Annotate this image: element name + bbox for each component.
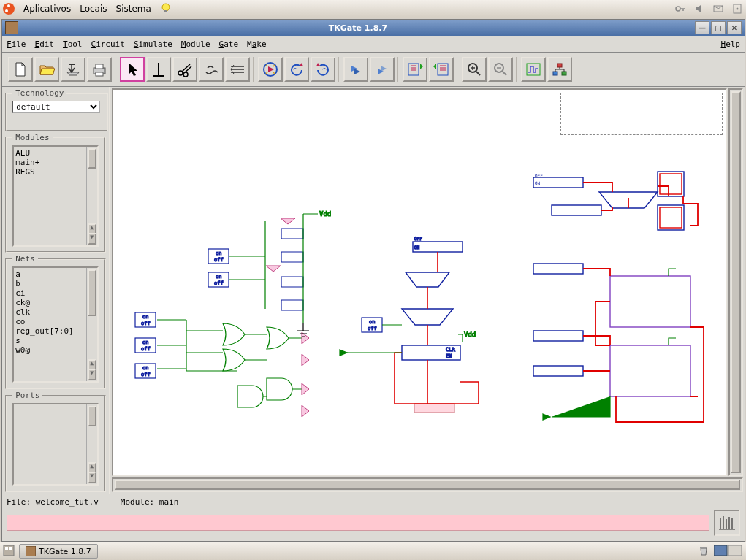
svg-rect-49	[552, 205, 601, 215]
ports-list[interactable]: ▲▼	[12, 403, 99, 486]
technology-select[interactable]: default	[12, 101, 100, 113]
menu-circuit[interactable]: Circuit	[91, 39, 125, 49]
svg-rect-48	[533, 177, 583, 188]
net-item[interactable]: s	[15, 336, 96, 345]
ports-label: Ports	[12, 391, 42, 400]
net-item[interactable]: ci	[15, 288, 96, 298]
svg-point-0	[162, 4, 170, 11]
svg-text:off: off	[214, 257, 224, 263]
svg-text:OFF: OFF	[535, 173, 543, 178]
svg-text:on: on	[142, 314, 148, 320]
svg-rect-65	[700, 547, 707, 548]
module-item[interactable]: main+	[15, 158, 96, 167]
module-item[interactable]: ALU	[15, 148, 96, 158]
wire-tool-button[interactable]	[146, 57, 171, 82]
scrollbar[interactable]: ▲▼	[86, 268, 97, 381]
block-in-button[interactable]	[403, 57, 427, 82]
svg-text:on: on	[142, 340, 148, 345]
volume-icon[interactable]	[693, 3, 705, 15]
svg-rect-62	[5, 547, 8, 550]
svg-text:on: on	[142, 365, 148, 371]
scrollbar[interactable]: ▲▼	[86, 404, 97, 484]
print-button[interactable]	[87, 57, 112, 82]
svg-text:ON: ON	[535, 180, 541, 185]
net-item[interactable]: a	[15, 269, 96, 279]
svg-point-2	[676, 7, 680, 11]
open-button[interactable]	[34, 57, 59, 82]
menu-system[interactable]: Sistema	[116, 4, 151, 14]
minimize-button[interactable]: —	[695, 21, 709, 34]
task-tkgate[interactable]: TKGate 1.8.7	[19, 544, 98, 559]
key-icon[interactable]	[674, 3, 686, 15]
vertical-scrollbar[interactable]	[728, 88, 743, 476]
menu-edit[interactable]: Edit	[35, 39, 55, 49]
logout-icon[interactable]	[731, 3, 743, 15]
horizontal-scrollbar[interactable]	[112, 477, 743, 492]
menu-help[interactable]: Help	[721, 39, 741, 49]
menu-places[interactable]: Locais	[80, 4, 107, 14]
pointer-tool-button[interactable]	[120, 57, 145, 82]
sidebar: Technology default Modules ALU main+ REG…	[2, 87, 110, 494]
module-item[interactable]: REGS	[15, 167, 96, 177]
svg-rect-19	[553, 72, 557, 75]
menu-applications[interactable]: Aplicativos	[23, 4, 71, 14]
menu-tool[interactable]: Tool	[63, 39, 83, 49]
maximize-button[interactable]: ▢	[711, 21, 726, 34]
layer-front-button[interactable]	[370, 57, 395, 82]
svg-text:on: on	[369, 319, 375, 325]
svg-rect-58	[610, 345, 690, 396]
new-button[interactable]	[8, 57, 33, 82]
svg-text:on: on	[216, 274, 221, 280]
svg-rect-9	[96, 72, 103, 76]
zoom-out-button[interactable]	[488, 57, 513, 82]
workspace-switcher[interactable]	[714, 545, 743, 559]
svg-rect-14	[438, 64, 448, 75]
titlebar: TKGate 1.8.7 — ▢ ✕	[2, 20, 745, 36]
cutter-tool-button[interactable]	[172, 57, 197, 82]
svg-rect-40	[413, 242, 463, 252]
menu-module[interactable]: Module	[181, 39, 210, 49]
swirl-tool-button[interactable]	[199, 57, 224, 82]
gnome-taskbar: TKGate 1.8.7	[0, 542, 746, 560]
menu-gate[interactable]: Gate	[219, 39, 239, 49]
svg-point-5	[737, 8, 739, 10]
show-desktop-icon[interactable]	[3, 545, 15, 559]
waveform-button[interactable]	[521, 57, 546, 82]
net-item[interactable]: clk	[15, 307, 96, 317]
net-item[interactable]: reg_out[7:0]	[15, 326, 96, 336]
menu-file[interactable]: File	[7, 39, 26, 49]
menu-simulate[interactable]: Simulate	[134, 39, 172, 49]
status-module: Module: main	[121, 497, 178, 507]
svg-rect-64	[26, 546, 36, 556]
net-item[interactable]: w0@	[15, 345, 96, 355]
rotate-cw-button[interactable]	[311, 57, 335, 82]
mail-icon[interactable]	[712, 3, 724, 15]
app-icon	[5, 21, 18, 34]
nets-list[interactable]: a b ci ck@ clk co reg_out[7:0] s w0@ ▲▼	[12, 266, 99, 383]
lightbulb-icon[interactable]	[160, 2, 172, 16]
app-window: TKGate 1.8.7 — ▢ ✕ File Edit Tool Circui…	[1, 19, 745, 542]
modules-list[interactable]: ALU main+ REGS ▲▼	[12, 145, 99, 247]
run-button[interactable]	[258, 57, 283, 82]
svg-rect-66	[714, 545, 727, 556]
save-button[interactable]	[61, 57, 85, 82]
close-button[interactable]: ✕	[727, 21, 742, 34]
svg-rect-1	[164, 10, 167, 12]
tech-label: Technology	[12, 88, 66, 98]
net-item[interactable]: co	[15, 317, 96, 326]
zoom-in-button[interactable]	[462, 57, 487, 82]
net-item[interactable]: ck@	[15, 298, 96, 307]
hierarchy-button[interactable]	[547, 57, 572, 82]
bus-tool-button[interactable]	[225, 57, 250, 82]
svg-rect-18	[557, 64, 562, 67]
net-item[interactable]: b	[15, 279, 96, 288]
rotate-ccw-button[interactable]	[284, 57, 309, 82]
trash-icon[interactable]	[698, 545, 709, 559]
menu-make[interactable]: Make	[247, 39, 267, 49]
window-title: TKGate 1.8.7	[23, 23, 693, 33]
circuit-canvas[interactable]: onoff onoff onoff onoff onoff onoff	[112, 88, 727, 476]
scrollbar[interactable]: ▲▼	[86, 147, 97, 245]
block-out-button[interactable]	[429, 57, 454, 82]
layer-back-button[interactable]	[343, 57, 368, 82]
statusbar: File: welcome_tut.v Module: main	[2, 494, 745, 541]
